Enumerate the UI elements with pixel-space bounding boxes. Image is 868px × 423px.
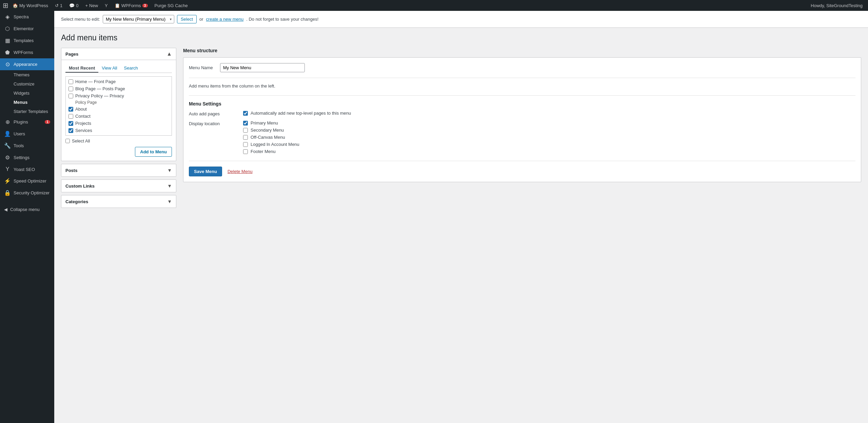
secondary-menu-checkbox[interactable] <box>243 128 248 133</box>
custom-links-accordion-header[interactable]: Custom Links ▼ <box>61 180 176 192</box>
sidebar-item-templates[interactable]: ▦ Templates <box>0 35 54 46</box>
logged-in-checkbox[interactable] <box>243 142 248 147</box>
location-logged-in-menu[interactable]: Logged In Account Menu <box>243 142 299 147</box>
sidebar-item-tools[interactable]: 🔧 Tools <box>0 140 54 152</box>
menu-structure-panel: Menu structure Menu Name Add menu items … <box>183 48 861 208</box>
select-all-checkbox[interactable] <box>65 139 70 143</box>
posts-accordion-header[interactable]: Posts ▼ <box>61 164 176 176</box>
page-checkbox-about[interactable] <box>68 107 73 112</box>
tab-search[interactable]: Search <box>121 64 141 73</box>
menu-name-input[interactable] <box>220 63 305 72</box>
sidebar-item-elementor[interactable]: ⬡ Elementor <box>0 23 54 35</box>
page-checkbox-projects[interactable] <box>68 121 73 126</box>
page-title-area: Add menu items <box>54 28 868 42</box>
new-icon: + <box>85 3 88 8</box>
page-item-about[interactable]: About <box>68 105 169 113</box>
adminbar-site[interactable]: 🏠 My WordPress <box>10 0 51 11</box>
save-menu-button[interactable]: Save Menu <box>189 167 222 176</box>
menu-hint-text: Add menu items from the column on the le… <box>189 83 855 89</box>
page-item-services[interactable]: Services <box>68 127 169 134</box>
sidebar-item-spectra[interactable]: ◈ Spectra <box>0 11 54 23</box>
sidebar-item-users[interactable]: 👤 Users <box>0 128 54 140</box>
sidebar-item-speed-optimizer[interactable]: ⚡ Speed Optimizer <box>0 175 54 187</box>
categories-accordion: Categories ▼ <box>61 195 176 208</box>
pages-toggle-icon: ▲ <box>166 51 172 57</box>
page-item-home[interactable]: Home — Front Page <box>68 78 169 85</box>
admin-sidebar: ◈ Spectra ⬡ Elementor ▦ Templates ⬟ WPFo… <box>0 11 54 423</box>
adminbar-comments[interactable]: 💬 0 <box>66 0 81 11</box>
page-checkbox-contact[interactable] <box>68 114 73 119</box>
adminbar-purge-cache[interactable]: Purge SG Cache <box>152 0 191 11</box>
create-new-menu-link[interactable]: create a new menu <box>206 17 244 22</box>
wp-logo[interactable]: ⊞ <box>3 1 8 9</box>
pages-postbox-header[interactable]: Pages ▲ <box>61 48 176 60</box>
select-all-row: Select All <box>65 138 172 143</box>
add-to-menu-button[interactable]: Add to Menu <box>135 147 172 157</box>
categories-accordion-header[interactable]: Categories ▼ <box>61 195 176 208</box>
page-item-blog[interactable]: Blog Page — Posts Page <box>68 85 169 92</box>
menu-select[interactable]: My New Menu (Primary Menu) <box>103 15 174 23</box>
page-checkbox-services[interactable] <box>68 128 73 133</box>
sidebar-item-widgets[interactable]: Widgets <box>0 89 54 98</box>
delete-menu-button[interactable]: Delete Menu <box>228 169 253 174</box>
display-location-label: Display location <box>189 120 236 154</box>
adminbar-new[interactable]: + New <box>82 0 101 11</box>
auto-add-label: Auto add pages <box>189 111 236 116</box>
user-greeting[interactable]: Howdy, SiteGroundTesting <box>811 3 863 8</box>
page-item-contact[interactable]: Contact <box>68 113 169 120</box>
elementor-icon: ⬡ <box>4 25 11 32</box>
location-off-canvas-menu[interactable]: Off-Canvas Menu <box>243 135 299 140</box>
privacy-sub: Policy Page <box>68 99 169 105</box>
sidebar-item-customize[interactable]: Customize <box>0 79 54 89</box>
adminbar-yoast[interactable]: Y <box>102 0 111 11</box>
page-checkbox-privacy[interactable] <box>68 94 73 98</box>
menu-editor: Pages ▲ Most Recent View All Search <box>54 48 868 215</box>
menu-structure-title: Menu structure <box>183 48 861 53</box>
categories-arrow-icon: ▼ <box>167 199 172 204</box>
sidebar-item-wpforms[interactable]: ⬟ WPForms <box>0 46 54 58</box>
pages-postbox-title: Pages <box>65 52 78 57</box>
tab-view-all[interactable]: View All <box>98 64 120 73</box>
location-secondary-menu[interactable]: Secondary Menu <box>243 128 299 133</box>
location-footer-menu[interactable]: Footer Menu <box>243 149 299 154</box>
location-primary-menu[interactable]: Primary Menu <box>243 120 299 126</box>
page-checkbox-home[interactable] <box>68 79 73 84</box>
sidebar-item-security-optimizer[interactable]: 🔒 Security Optimizer <box>0 187 54 199</box>
plugins-icon: ⊕ <box>4 119 11 125</box>
sidebar-item-settings[interactable]: ⚙ Settings <box>0 152 54 164</box>
pages-postbox: Pages ▲ Most Recent View All Search <box>61 48 176 161</box>
footer-menu-checkbox[interactable] <box>243 149 248 154</box>
pages-tabs: Most Recent View All Search <box>65 64 172 73</box>
select-all-label[interactable]: Select All <box>72 138 90 143</box>
sidebar-item-starter-templates[interactable]: Starter Templates <box>0 107 54 116</box>
auto-add-option[interactable]: Automatically add new top-level pages to… <box>243 111 351 116</box>
off-canvas-checkbox[interactable] <box>243 135 248 140</box>
collapse-menu-btn[interactable]: ◀ Collapse menu <box>0 204 54 215</box>
page-item-privacy[interactable]: Privacy Policy — Privacy <box>68 92 169 99</box>
custom-links-accordion: Custom Links ▼ <box>61 179 176 192</box>
select-menu-button[interactable]: Select <box>177 15 197 23</box>
page-checkbox-blog[interactable] <box>68 86 73 91</box>
tab-most-recent[interactable]: Most Recent <box>65 64 98 73</box>
pages-checkbox-list: Home — Front Page Blog Page — Posts Page… <box>65 76 172 136</box>
menu-name-label: Menu Name <box>189 65 216 70</box>
sidebar-item-yoast[interactable]: Y Yoast SEO <box>0 164 54 175</box>
auto-add-row: Auto add pages Automatically add new top… <box>189 111 855 116</box>
sidebar-item-appearance[interactable]: ⊙ Appearance <box>0 58 54 70</box>
main-content: Select menu to edit: My New Menu (Primar… <box>54 11 868 423</box>
yoast-icon: Y <box>4 166 11 172</box>
display-location-options: Primary Menu Secondary Menu Off-Canvas M… <box>243 120 299 154</box>
categories-title: Categories <box>65 199 88 204</box>
sidebar-item-menus[interactable]: Menus <box>0 98 54 107</box>
menu-settings-section: Menu Settings Auto add pages Automatical… <box>189 95 855 176</box>
tools-icon: 🔧 <box>4 142 11 149</box>
menu-actions: Save Menu Delete Menu <box>189 161 855 176</box>
adminbar-wpforms[interactable]: 📋 WPForms 3 <box>112 0 151 11</box>
auto-add-checkbox[interactable] <box>243 111 248 116</box>
sidebar-item-plugins[interactable]: ⊕ Plugins 1 <box>0 116 54 128</box>
primary-menu-checkbox[interactable] <box>243 121 248 126</box>
sidebar-item-themes[interactable]: Themes <box>0 70 54 79</box>
posts-accordion: Posts ▼ <box>61 164 176 177</box>
adminbar-updates[interactable]: ↺ 1 <box>52 0 65 11</box>
page-item-projects[interactable]: Projects <box>68 120 169 127</box>
